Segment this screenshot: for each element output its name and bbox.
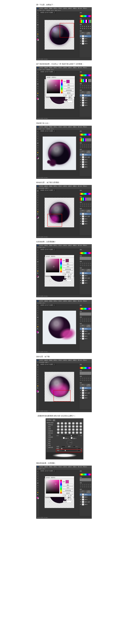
tool-lasso-icon[interactable]: ◌ (37, 17, 39, 19)
picker-B[interactable] (65, 98, 69, 100)
menu-item[interactable]: 编辑(E) (44, 8, 48, 9)
picker-cancel-button[interactable]: 取消 (63, 86, 74, 89)
ps-window-3: 文件(F)编辑(E)图像(I)图层(L)类型(Y)选择(S)滤镜(T)视图(V)… (36, 126, 92, 179)
doc-tab[interactable]: 未标题-1 @ 66.7% (图层 ...) (39, 12, 56, 14)
picker-S[interactable] (65, 96, 69, 98)
picker-color-field[interactable] (47, 80, 60, 94)
caption-2: 接下来的添加效果，方法同上一样 我就不那么细讲了 注意看图 ： (36, 63, 93, 65)
ps-window-5: 文件(F)编辑(E)图像(I)图层(L)类型(Y)选择(S)滤镜(T)视图(V)… (36, 244, 92, 297)
color-swatch[interactable] (37, 38, 39, 41)
picker-hue-strip[interactable] (61, 80, 63, 94)
caption-3: 用画笔工具 点点： (36, 122, 93, 124)
layer-row[interactable]: 👁图层 2 (80, 38, 91, 40)
picker-G[interactable] (70, 96, 74, 98)
color-picker-dialog[interactable]: 拾色器（前景色） 新的 确定 取消 添加到色板 颜色库 (46, 76, 75, 97)
brush-settings-panel[interactable]: 画笔预设 画笔 画笔笔尖形状 形状动态 散布 纹理 双重画笔 颜色动态 传递 画… (46, 418, 83, 460)
tab-brush[interactable]: 画笔 (53, 419, 55, 421)
tool-crop-icon[interactable]: ✂ (37, 19, 39, 21)
color-picker-dialog[interactable]: 拾色器（前景色） 新的 确定 取消 添加到色板 颜色库 H: R: (45, 255, 74, 276)
menu-item[interactable]: 类型(Y) (58, 8, 62, 9)
menu-item[interactable]: 选择(S) (63, 8, 67, 9)
picker-R[interactable] (70, 94, 74, 96)
picker-webonly[interactable]: 只有 Web 颜色 (47, 100, 62, 102)
brush-angle-dial[interactable] (67, 440, 72, 445)
ps-window-8: 文件(F)编辑(E)图像(I)图层(L)类型(Y)选择(S)滤镜(T)视图(V)… (36, 466, 92, 519)
picker-new-swatch (66, 80, 70, 83)
brush-spacing-slider[interactable] (62, 450, 77, 451)
status-bar: 66.67% 文档: 976.56K/... (36, 58, 92, 60)
canvas-area[interactable]: 未标题-1 @ 66.7% (图层 ...) 拾色器（前景色） 新的 (39, 71, 79, 117)
tool-zoom-icon[interactable]: 🔍 (37, 35, 39, 37)
ps-window-2: 文件(F)编辑(E)图像(I)图层(L)类型(Y)选择(S)滤镜(T)视图(V)… (36, 66, 92, 120)
menu-item[interactable]: 帮助(H) (83, 8, 87, 9)
menu-item[interactable]: 窗口(W) (78, 8, 82, 9)
ps-logo-icon (37, 8, 38, 9)
menu-item[interactable]: 滤镜(T) (68, 8, 72, 9)
layer-row[interactable]: 👁图层 1 (80, 40, 91, 42)
adjustments-panel[interactable]: 调整 ※▥◐◧▦◩▨◪▤◫◬▧ (79, 24, 92, 30)
ps-window-4: 文件(F)编辑(E)图像(I)图层(L)类型(Y)选择(S)滤镜(T)视图(V)… (36, 185, 92, 238)
picker-Bc[interactable] (70, 98, 74, 100)
canvas-area[interactable]: 未标题-1 @ 66.7% (图层 ...) (39, 12, 79, 58)
caption-1: 调一下位置，效果如下： (36, 4, 93, 6)
ps-window-6: 文件(F)编辑(E)图像(I)图层(L)类型(Y)选择(S)滤镜(T)视图(V)… (36, 300, 92, 353)
caption-5: 在添加效果；注意看图噢！ (36, 240, 93, 243)
menu-item[interactable]: 文件(F) (39, 8, 43, 9)
menu-item[interactable]: 图层(L) (54, 8, 57, 9)
opt-brush-icon[interactable]: ● ▾ (37, 10, 39, 11)
ps-window-7: 文件(F)编辑(E)图像(I)图层(L)类型(Y)选择(S)滤镜(T)视图(V)… (36, 359, 92, 412)
eye-icon[interactable]: 👁 (80, 36, 81, 37)
caption-4: 移动好位置 ；如下图 注意看图： (36, 181, 93, 184)
picker-add-button[interactable]: 添加到色板 (63, 89, 74, 92)
toolbox: ↖ □ ◌ ✂ ✎ ✐ ⌀ T ▭ ✋ 🔍 (36, 12, 39, 58)
layer-row[interactable]: 👁图层 0 (80, 42, 91, 45)
brush-hardness-slider[interactable] (61, 448, 77, 449)
tool-move-icon[interactable]: ↖ (37, 12, 39, 14)
picker-values: H: R: S: G: B: B: (63, 94, 74, 100)
tool-hand-icon[interactable]: ✋ (37, 33, 39, 35)
tool-eyedrop-icon[interactable]: ✎ (37, 22, 39, 24)
tool-shape-icon[interactable]: ▭ (37, 31, 39, 33)
tool-type-icon[interactable]: T (37, 28, 39, 30)
color-panel[interactable]: 颜色 (79, 12, 92, 18)
caption-8: 继续添加效果；注意看图： (36, 462, 93, 464)
brush-spacing-value[interactable]: 45% (77, 450, 83, 451)
options-bar: ● ▾ 模式: 正常 ▾不透明度: 100% ▾流量: 100% ▾ (36, 10, 92, 12)
panels: 颜色 色板 调整 ※▥◐◧▦◩▨◪▤◫◬▧ 图层 正常 不透明度:100% 👁图… (79, 12, 92, 58)
tab-brush-presets[interactable]: 画笔预设 (46, 419, 52, 421)
caption-7: （需要的时候也要调调 画笔 间距 还记得怎么调吗？） (36, 415, 93, 417)
tool-stamp-icon[interactable]: ⌀ (37, 26, 39, 28)
picker-hex[interactable] (64, 100, 72, 102)
layer-list[interactable]: 👁图层 3 👁图层 2 👁图层 1 👁图层 0 (80, 35, 91, 58)
picker-H[interactable] (65, 94, 69, 96)
brush-size-slider[interactable] (61, 436, 77, 436)
tool-marquee-icon[interactable]: □ (37, 14, 39, 16)
layers-panel[interactable]: 图层 正常 不透明度:100% 👁图层 3 👁图层 2 👁图层 1 👁图层 0 (79, 30, 92, 58)
brush-preset-grid[interactable] (57, 422, 83, 434)
picker-ok-button[interactable]: 确定 (63, 84, 74, 86)
brush-size-value[interactable]: 252 像素 (77, 435, 83, 436)
picker-title: 拾色器（前景色） (46, 76, 75, 79)
picker-lib-button[interactable]: 颜色库 (63, 92, 74, 94)
swatches-panel[interactable]: 色板 (79, 18, 92, 24)
brush-preview (46, 452, 83, 458)
menu-item[interactable]: 视图(V) (73, 8, 77, 9)
color-picker-dialog[interactable]: 拾色器（前景色） 新的 确定 取消 添加到色板 颜色库 H: R: (45, 476, 74, 497)
layer-row[interactable]: 👁图层 3 (80, 35, 91, 38)
ps-window-1: 文件(F) 编辑(E) 图像(I) 图层(L) 类型(Y) 选择(S) 滤镜(T… (36, 7, 92, 60)
menu-item[interactable]: 图像(I) (49, 8, 53, 9)
brush-option-list: 画笔笔尖形状 形状动态 散布 纹理 双重画笔 颜色动态 传递 画笔笔势 杂色 湿… (46, 422, 55, 452)
menubar: 文件(F) 编辑(E) 图像(I) 图层(L) 类型(Y) 选择(S) 滤镜(T… (36, 7, 92, 10)
tool-brush-icon[interactable]: ✐ (37, 24, 39, 26)
caption-6: 放好位置：如下图: (36, 356, 93, 358)
